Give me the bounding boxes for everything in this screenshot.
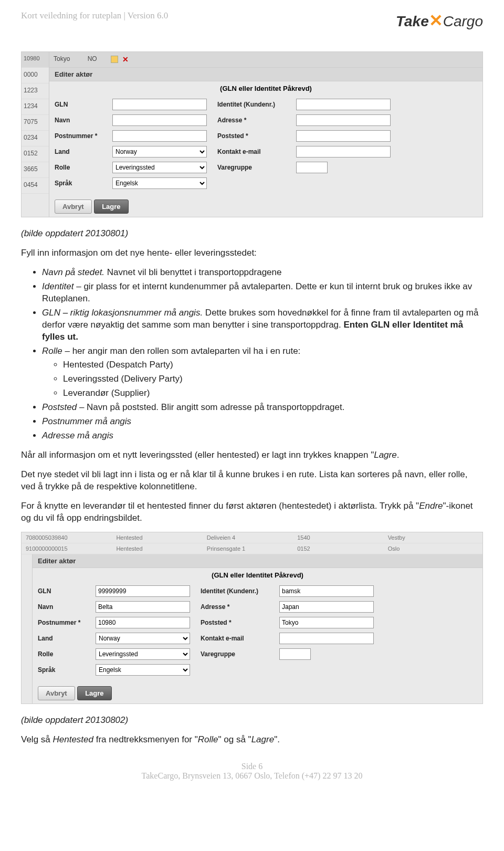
label-varegruppe: Varegruppe (201, 650, 279, 658)
footer-address: TakeCargo, Brynsveien 13, 0667 Oslo, Tel… (21, 771, 483, 781)
list-top-row: Tokyo NO ✕ (49, 52, 482, 68)
side-row: 0000 (22, 68, 49, 83)
select-land[interactable]: Norway (96, 633, 190, 644)
list-item: GLN – riktig lokasjonsnummer må angis. D… (42, 307, 483, 343)
label-rolle: Rolle (38, 650, 96, 658)
input-kontakt[interactable] (296, 146, 391, 157)
page-number: Side 6 (21, 762, 483, 771)
select-rolle[interactable]: Leveringssted (96, 648, 190, 660)
label-rolle: Rolle (55, 164, 112, 171)
list-item: Identitet – gir plass for et internt kun… (42, 281, 483, 305)
edit-icon[interactable] (111, 56, 118, 63)
paragraph: For å knytte en leverandør til et hentes… (21, 500, 483, 524)
input-postnr[interactable] (96, 617, 190, 628)
logo-x-icon: ✕ (429, 11, 443, 30)
save-button[interactable]: Lagre (77, 686, 111, 700)
label-adresse: Adresse * (217, 117, 296, 124)
label-postnr: Postnummer * (55, 132, 112, 140)
label-poststed: Poststed * (201, 619, 279, 626)
side-number-column: 10980 0000 1223 1234 7075 0234 0152 3665… (22, 52, 49, 194)
label-sprak: Språk (38, 666, 96, 674)
label-navn: Navn (55, 117, 112, 124)
input-adresse[interactable] (279, 601, 374, 613)
input-varegruppe[interactable] (296, 162, 328, 173)
panel-title: Editer aktør (33, 554, 482, 568)
input-navn[interactable] (112, 114, 207, 126)
panel-title: Editer aktør (49, 68, 482, 81)
input-identitet[interactable] (296, 99, 391, 110)
label-gln: GLN (55, 101, 112, 108)
label-sprak: Språk (55, 180, 112, 187)
doc-header-title: Kort veiledning for ruteplan | Version 6… (21, 10, 168, 21)
instruction-list: Navn på stedet. Navnet vil bli benyttet … (21, 267, 483, 442)
list-item: Navn på stedet. Navnet vil bli benyttet … (42, 267, 483, 279)
input-postnr[interactable] (112, 130, 207, 142)
select-land[interactable]: Norway (112, 146, 207, 157)
input-varegruppe[interactable] (279, 648, 311, 660)
side-row: 0234 (22, 131, 49, 146)
panel-subtitle: (GLN eller Identitet Påkrevd) (49, 81, 482, 96)
input-identitet[interactable] (279, 585, 374, 597)
panel-subtitle: (GLN eller Identitet Påkrevd) (33, 568, 482, 582)
label-varegruppe: Varegruppe (217, 164, 296, 171)
label-navn: Navn (38, 603, 96, 611)
side-row: 3665 (22, 162, 49, 178)
input-gln[interactable] (96, 585, 190, 597)
list-item: Adresse må angis (42, 430, 483, 442)
image-caption-2: (bilde oppdatert 20130802) (21, 715, 128, 725)
select-rolle[interactable]: Leveringssted (112, 162, 207, 173)
side-row: 1223 (22, 83, 49, 99)
side-row: 0454 (22, 178, 49, 194)
side-row: 7075 (22, 115, 49, 131)
label-kontakt: Kontakt e-mail (217, 148, 296, 155)
list-row: 9100000000015 Hentested Prinsensgate 1 0… (22, 543, 482, 554)
sub-list-item: Leveringssted (Delivery Party) (63, 373, 483, 385)
final-instruction: Velg så Hentested fra nedtrekksmenyen fo… (21, 734, 483, 746)
screenshot-edit-actor-filled: 7080005039840 Hentested Deliveien 4 1540… (21, 532, 483, 704)
label-land: Land (38, 635, 96, 642)
save-button[interactable]: Lagre (94, 199, 128, 214)
image-caption-1: (bilde oppdatert 20130801) (21, 228, 128, 238)
label-identitet: Identitet (Kundenr.) (201, 587, 279, 595)
input-adresse[interactable] (296, 114, 391, 126)
list-row: 7080005039840 Hentested Deliveien 4 1540… (22, 532, 482, 543)
logo: Take✕Cargo (396, 10, 483, 30)
delete-icon[interactable]: ✕ (122, 55, 129, 64)
intro-text: Fyll inn informasjon om det nye hente- e… (21, 247, 483, 259)
sub-list-item: Leverandør (Supplier) (63, 387, 483, 400)
list-item: Rolle – her angir man den rollen som avt… (42, 345, 483, 400)
screenshot-edit-actor-empty: 10980 0000 1223 1234 7075 0234 0152 3665… (21, 51, 483, 217)
input-gln[interactable] (112, 99, 207, 110)
label-adresse: Adresse * (201, 603, 279, 611)
side-row: 10980 (22, 52, 49, 68)
label-land: Land (55, 148, 112, 155)
paragraph: Når all informasjon om et nytt leverings… (21, 449, 483, 461)
sub-list-item: Hentested (Despatch Party) (63, 359, 483, 371)
cancel-button[interactable]: Avbryt (38, 686, 75, 700)
side-thin-column (22, 554, 32, 694)
input-kontakt[interactable] (279, 633, 374, 644)
cancel-button[interactable]: Avbryt (55, 199, 92, 214)
side-row: 0152 (22, 146, 49, 162)
paragraph: Det nye stedet vil bli lagt inn i lista … (21, 469, 483, 493)
top-country: NO (88, 55, 97, 62)
label-postnr: Postnummer * (38, 619, 96, 626)
label-identitet: Identitet (Kundenr.) (217, 101, 296, 108)
label-gln: GLN (38, 587, 96, 595)
logo-take: Take (396, 13, 429, 29)
top-city: Tokyo (54, 55, 70, 62)
logo-cargo: Cargo (443, 13, 483, 29)
input-poststed[interactable] (279, 617, 374, 628)
select-sprak[interactable]: Engelsk (112, 177, 207, 189)
select-sprak[interactable]: Engelsk (96, 664, 190, 676)
list-item: Poststed – Navn på poststed. Blir angitt… (42, 402, 483, 414)
label-poststed: Poststed * (217, 132, 296, 140)
list-item: Postnummer må angis (42, 416, 483, 428)
input-poststed[interactable] (296, 130, 391, 142)
page-footer: Side 6 TakeCargo, Brynsveien 13, 0667 Os… (21, 762, 483, 781)
input-navn[interactable] (96, 601, 190, 613)
side-row: 1234 (22, 99, 49, 115)
label-kontakt: Kontakt e-mail (201, 635, 279, 642)
